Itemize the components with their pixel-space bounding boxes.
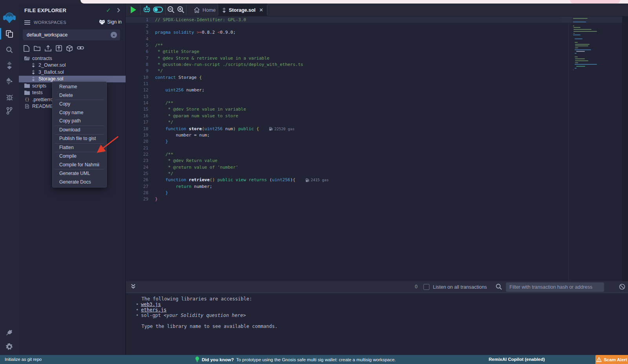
code-line-20[interactable]: 20 } <box>126 138 628 145</box>
tab-close-icon[interactable]: ✕ <box>259 7 263 13</box>
code-line-4[interactable]: 4 <box>126 36 628 42</box>
github-signin-button[interactable]: Sign in <box>99 19 122 25</box>
code-line-5[interactable]: 5/** <box>126 42 628 48</box>
minimap-line <box>573 29 591 30</box>
minimap-slider[interactable] <box>560 16 571 23</box>
listen-transactions-checkbox[interactable] <box>424 284 429 290</box>
run-script-play-button[interactable] <box>131 6 136 13</box>
minimap[interactable] <box>573 18 616 71</box>
plugin-manager-icon[interactable] <box>0 326 19 339</box>
code-text: * @return value of 'number' <box>155 165 238 170</box>
toolbar-separator <box>140 5 141 15</box>
search-icon[interactable] <box>0 43 19 56</box>
library-link[interactable]: ethers.js <box>141 307 166 313</box>
code-line-13[interactable]: 13 <box>126 93 628 100</box>
braces-icon: {} <box>24 97 30 102</box>
clear-console-icon[interactable] <box>619 284 625 290</box>
tab-home[interactable]: Home <box>188 4 222 16</box>
debugger-icon[interactable] <box>0 90 19 104</box>
code-line-9[interactable]: 9 */ <box>126 68 628 74</box>
code-line-1[interactable]: 1// SPDX-License-Identifier: GPL-3.0 <box>126 16 628 23</box>
code-line-11[interactable]: 11 <box>126 80 628 87</box>
code-line-8[interactable]: 8 * @custom:dev-run-script ./scripts/dep… <box>126 61 628 67</box>
code-line-19[interactable]: 19 number = num; <box>126 132 628 138</box>
workspace-select[interactable]: default_workspace ▲ <box>23 29 120 40</box>
code-line-26[interactable]: 26 function retrieve() public view retur… <box>126 177 628 183</box>
code-line-16[interactable]: 16 * @param num value to store <box>126 113 628 119</box>
menu-item-copy-path[interactable]: Copy path <box>53 117 106 126</box>
copilot-status-button[interactable]: RemixAI Copilot (enabled) <box>489 357 545 362</box>
terminal-expand-icon[interactable] <box>131 284 136 289</box>
import-url-link-icon[interactable] <box>77 45 84 52</box>
menu-item-flatten[interactable]: Flatten <box>53 144 106 152</box>
menu-item-rename[interactable]: Rename <box>53 83 106 91</box>
code-line-21[interactable]: 21 <box>126 145 628 151</box>
code-line-22[interactable]: 22 /** <box>126 151 628 157</box>
scam-alert-button[interactable]: Scam Alert <box>595 355 628 364</box>
code-text: } <box>155 190 168 195</box>
file-explorer-icon[interactable] <box>0 27 19 40</box>
code-line-15[interactable]: 15 * @dev Store value in variable <box>126 106 628 113</box>
copilot-toggle[interactable] <box>153 7 163 13</box>
zoom-out-icon[interactable] <box>167 6 175 13</box>
workspaces-menu-icon[interactable] <box>24 20 30 25</box>
menu-item-copy[interactable]: Copy <box>53 100 106 109</box>
code-line-6[interactable]: 6 * @title Storage <box>126 49 628 55</box>
settings-gear-icon[interactable] <box>0 340 19 353</box>
terminal-line <box>126 318 628 324</box>
upload-file-icon[interactable] <box>45 45 51 52</box>
panel-collapse-icon[interactable] <box>117 8 120 13</box>
code-line-12[interactable]: 12 uint256 number; <box>126 87 628 93</box>
code-line-28[interactable]: 28 } <box>126 189 628 196</box>
code-line-14[interactable]: 14 /** <box>126 100 628 106</box>
line-number: 5 <box>126 43 148 48</box>
transaction-filter-input[interactable] <box>506 282 604 292</box>
line-number: 13 <box>126 94 148 99</box>
tree-item-2-owner-sol[interactable]: 2_Owner.sol <box>19 62 126 69</box>
upload-folder-icon[interactable] <box>56 45 62 52</box>
tree-item-3-ballot-sol[interactable]: 3_Ballot.sol <box>19 69 126 76</box>
ai-copilot-robot-icon[interactable] <box>143 5 151 13</box>
terminal-search-icon[interactable] <box>496 284 502 290</box>
code-line-25[interactable]: 25 */ <box>126 170 628 177</box>
git-init-button[interactable]: Initialize as git repo <box>5 357 42 362</box>
minimap-line <box>575 64 597 65</box>
code-line-3[interactable]: 3pragma solidity >=0.8.2 <0.9.0; <box>126 29 628 36</box>
terminal-output[interactable]: The following libraries are accessible:•… <box>126 293 628 355</box>
code-line-24[interactable]: 24 * @return value of 'number' <box>126 164 628 170</box>
menu-item-publish-file-to-gist[interactable]: Publish file to gist <box>53 135 106 143</box>
ipfs-cube-icon[interactable] <box>66 45 73 52</box>
code-text: */ <box>155 120 173 125</box>
code-line-18[interactable]: 18 function store(uint256 num) public {2… <box>126 126 628 132</box>
new-folder-icon[interactable] <box>34 45 40 52</box>
menu-item-compile-for-nahmii[interactable]: Compile for Nahmii <box>53 161 106 169</box>
code-line-2[interactable]: 2 <box>126 23 628 29</box>
git-icon[interactable] <box>0 104 19 117</box>
code-line-29[interactable]: 29} <box>126 196 628 202</box>
tab-storage-sol[interactable]: Storage.sol ✕ <box>218 4 267 16</box>
code-line-10[interactable]: 10contract Storage { <box>126 74 628 80</box>
zoom-in-icon[interactable] <box>177 6 184 13</box>
code-editor[interactable]: 1// SPDX-License-Identifier: GPL-3.023pr… <box>126 16 628 281</box>
menu-item-download[interactable]: Download <box>53 126 106 135</box>
menu-item-delete[interactable]: Delete <box>53 91 106 100</box>
library-link[interactable]: web3.js <box>141 302 161 307</box>
deploy-run-icon[interactable] <box>0 75 19 88</box>
code-line-7[interactable]: 7 * @dev Store & retrieve value in a var… <box>126 55 628 61</box>
editor-scrollbar-track[interactable] <box>622 16 628 281</box>
solidity-compiler-icon[interactable] <box>0 59 19 72</box>
remix-logo-icon[interactable] <box>0 10 19 25</box>
did-you-know-tip: Did you know? To prototype using the Gno… <box>195 357 396 362</box>
line-number: 8 <box>126 62 148 67</box>
code-line-27[interactable]: 27 return number; <box>126 183 628 189</box>
code-line-17[interactable]: 17 */ <box>126 119 628 126</box>
menu-item-copy-name[interactable]: Copy name <box>53 109 106 117</box>
new-file-icon[interactable] <box>24 45 29 52</box>
line-number: 25 <box>126 171 148 176</box>
tree-item-contracts[interactable]: contracts <box>19 55 126 62</box>
code-line-23[interactable]: 23 * @dev Return value <box>126 158 628 164</box>
menu-item-generate-uml[interactable]: Generate UML <box>53 169 106 178</box>
menu-item-compile[interactable]: Compile <box>53 152 106 161</box>
code-text: function store(uint256 num) public { <box>155 126 259 131</box>
menu-item-generate-docs[interactable]: Generate Docs <box>53 178 106 187</box>
